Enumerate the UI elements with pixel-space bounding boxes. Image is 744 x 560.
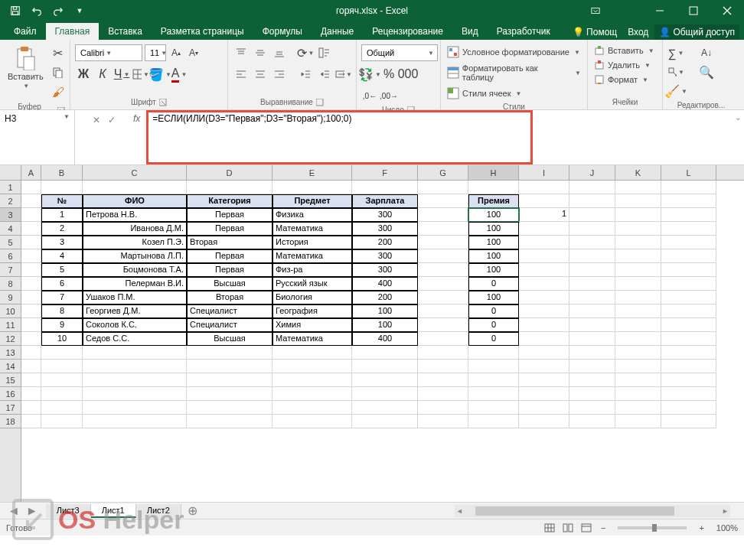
cell[interactable] xyxy=(661,318,716,332)
cell[interactable]: 400 xyxy=(352,332,418,346)
row-header[interactable]: 18 xyxy=(0,415,21,428)
row-header[interactable]: 6 xyxy=(0,249,21,263)
cell[interactable]: Премия xyxy=(468,194,519,208)
cell[interactable] xyxy=(569,222,615,236)
cell[interactable] xyxy=(272,373,352,387)
italic-button[interactable]: К xyxy=(94,66,111,83)
cell[interactable] xyxy=(418,360,468,373)
cell[interactable]: Ушаков П.М. xyxy=(83,291,187,304)
cell[interactable]: 0 xyxy=(468,304,519,318)
font-size-combo[interactable]: 11▼ xyxy=(145,44,166,61)
cell[interactable] xyxy=(661,208,716,222)
cell[interactable] xyxy=(615,415,661,428)
cell[interactable]: Математика xyxy=(272,222,352,236)
close-button[interactable] xyxy=(710,0,744,21)
cell[interactable]: Химия xyxy=(272,318,352,332)
cell[interactable] xyxy=(661,304,716,318)
cell[interactable]: Математика xyxy=(272,332,352,346)
cell[interactable]: 300 xyxy=(352,249,418,263)
cell[interactable] xyxy=(661,387,716,401)
cell[interactable] xyxy=(661,332,716,346)
row-header[interactable]: 13 xyxy=(0,346,21,360)
cell[interactable]: Первая xyxy=(187,249,272,263)
page-layout-view-button[interactable] xyxy=(560,521,576,535)
cell[interactable]: Первая xyxy=(187,222,272,236)
font-name-combo[interactable]: Calibri▼ xyxy=(75,44,142,61)
cell[interactable] xyxy=(569,208,615,222)
cell[interactable] xyxy=(661,222,716,236)
increase-indent-button[interactable] xyxy=(316,66,333,83)
cell[interactable] xyxy=(21,387,41,401)
cell[interactable] xyxy=(519,277,569,291)
cell[interactable] xyxy=(468,360,519,373)
enter-formula-button[interactable]: ✓ xyxy=(108,115,116,125)
cell[interactable] xyxy=(519,415,569,428)
column-header[interactable]: H xyxy=(468,165,519,180)
cell[interactable] xyxy=(41,181,83,194)
cell[interactable] xyxy=(21,304,41,318)
cell[interactable] xyxy=(569,360,615,373)
cell[interactable] xyxy=(615,346,661,360)
cell[interactable]: № xyxy=(41,194,83,208)
cell[interactable] xyxy=(21,332,41,346)
align-top-button[interactable] xyxy=(233,44,250,61)
wrap-text-button[interactable] xyxy=(316,44,333,61)
cell[interactable] xyxy=(569,236,615,249)
cell[interactable]: Категория xyxy=(187,194,272,208)
cell[interactable] xyxy=(418,181,468,194)
cell[interactable] xyxy=(21,291,41,304)
format-painter-button[interactable]: 🖌 xyxy=(50,84,67,101)
dialog-launcher-icon[interactable] xyxy=(316,99,324,106)
cell[interactable] xyxy=(615,332,661,346)
normal-view-button[interactable] xyxy=(541,521,558,535)
cell[interactable]: Козел П.Э. xyxy=(83,236,187,249)
cell[interactable] xyxy=(83,181,187,194)
cell[interactable] xyxy=(569,304,615,318)
cell[interactable]: Петрова Н.В. xyxy=(83,208,187,222)
sheet-nav-next[interactable]: ► xyxy=(26,504,38,518)
cell[interactable] xyxy=(187,415,272,428)
tab-home[interactable]: Главная xyxy=(46,23,100,40)
cell[interactable] xyxy=(41,415,83,428)
copy-button[interactable] xyxy=(50,64,67,81)
cell[interactable] xyxy=(569,263,615,277)
cell[interactable] xyxy=(41,373,83,387)
cell[interactable] xyxy=(519,181,569,194)
cell[interactable] xyxy=(519,318,569,332)
cell[interactable] xyxy=(661,236,716,249)
cell[interactable] xyxy=(21,236,41,249)
cell[interactable]: Седов С.С. xyxy=(83,332,187,346)
cell[interactable]: 7 xyxy=(41,291,83,304)
underline-button[interactable]: Ч▼ xyxy=(113,66,130,83)
cell[interactable] xyxy=(21,222,41,236)
cell[interactable]: Предмет xyxy=(272,194,352,208)
cells-area[interactable]: №ФИОКатегорияПредметЗарплатаПремия1Петро… xyxy=(21,181,744,502)
cell[interactable] xyxy=(519,304,569,318)
cell[interactable] xyxy=(615,249,661,263)
cell[interactable] xyxy=(418,373,468,387)
cell[interactable] xyxy=(21,346,41,360)
cell[interactable]: 100 xyxy=(468,249,519,263)
row-header[interactable]: 14 xyxy=(0,360,21,373)
cell[interactable]: 2 xyxy=(41,222,83,236)
cell[interactable] xyxy=(418,194,468,208)
column-header[interactable]: D xyxy=(187,165,272,180)
tab-data[interactable]: Данные xyxy=(312,23,363,40)
cell[interactable] xyxy=(21,373,41,387)
cell[interactable]: 100 xyxy=(468,208,519,222)
cell[interactable]: 100 xyxy=(352,304,418,318)
cell[interactable] xyxy=(519,387,569,401)
row-header[interactable]: 4 xyxy=(0,222,21,236)
cell[interactable] xyxy=(569,277,615,291)
cell[interactable]: 1 xyxy=(519,208,569,222)
cell[interactable] xyxy=(569,373,615,387)
find-button[interactable]: 🔍 xyxy=(698,63,715,80)
cell[interactable]: 100 xyxy=(468,222,519,236)
cell[interactable]: Пелерман В.И. xyxy=(83,277,187,291)
insert-cells-button[interactable]: Вставить▼ xyxy=(592,44,656,57)
column-header[interactable]: G xyxy=(418,165,468,180)
cell[interactable]: Физ-ра xyxy=(272,263,352,277)
select-all-corner[interactable] xyxy=(0,165,21,180)
align-right-button[interactable] xyxy=(271,66,288,83)
column-header[interactable]: F xyxy=(352,165,418,180)
